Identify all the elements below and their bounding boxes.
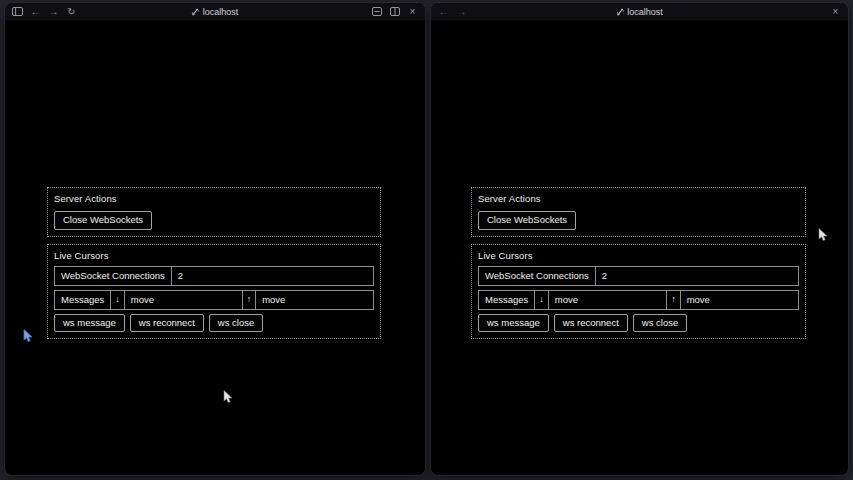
arrow-up-icon: ↑ xyxy=(667,291,681,309)
server-actions-panel: Server Actions Close WebSockets xyxy=(47,187,381,237)
received-message-value: move xyxy=(125,291,243,309)
ws-message-button[interactable]: ws message xyxy=(478,314,549,333)
server-actions-title: Server Actions xyxy=(478,193,799,204)
received-message-value: move xyxy=(549,291,667,309)
messages-row: Messages ↓ move ↑ move xyxy=(54,290,374,310)
live-cursors-title: Live Cursors xyxy=(478,250,799,261)
live-cursors-title: Live Cursors xyxy=(54,250,374,261)
browser-window-left: ← → ↻ localhost × Server Actions Close W… xyxy=(5,3,425,475)
titlebar-url: localhost xyxy=(203,7,239,17)
address-bar[interactable]: localhost xyxy=(192,3,239,20)
page-content-left: Server Actions Close WebSockets Live Cur… xyxy=(47,187,381,339)
titlebar-url: localhost xyxy=(627,7,663,17)
connections-row: WebSocket Connections 2 xyxy=(478,266,799,286)
server-actions-panel: Server Actions Close WebSockets xyxy=(471,187,806,237)
connections-value: 2 xyxy=(172,267,373,285)
forward-icon[interactable]: → xyxy=(46,5,61,19)
ws-reconnect-button[interactable]: ws reconnect xyxy=(554,314,628,333)
page-content-right: Server Actions Close WebSockets Live Cur… xyxy=(471,187,806,339)
arrow-down-icon: ↓ xyxy=(535,291,549,309)
back-icon[interactable]: ← xyxy=(28,5,43,19)
ws-reconnect-button[interactable]: ws reconnect xyxy=(130,314,204,333)
ws-message-button[interactable]: ws message xyxy=(54,314,125,333)
sent-message-value: move xyxy=(681,291,798,309)
arrow-up-icon: ↑ xyxy=(243,291,257,309)
arrow-down-icon: ↓ xyxy=(111,291,125,309)
browser-window-right: ← → localhost × Server Actions Close Web… xyxy=(431,3,848,475)
reload-icon[interactable]: ↻ xyxy=(64,5,79,19)
live-cursors-panel: Live Cursors WebSocket Connections 2 Mes… xyxy=(47,244,381,340)
page-settings-icon[interactable] xyxy=(369,5,384,19)
messages-label: Messages xyxy=(479,291,535,309)
messages-row: Messages ↓ move ↑ move xyxy=(478,290,799,310)
ws-buttons-row: ws message ws reconnect ws close xyxy=(54,314,374,333)
ws-buttons-row: ws message ws reconnect ws close xyxy=(478,314,799,333)
link-icon xyxy=(192,8,199,16)
ws-close-button[interactable]: ws close xyxy=(633,314,687,333)
back-icon[interactable]: ← xyxy=(436,5,451,19)
split-view-icon[interactable] xyxy=(387,5,402,19)
connections-value: 2 xyxy=(596,267,798,285)
address-bar[interactable]: localhost xyxy=(616,3,663,20)
messages-label: Messages xyxy=(55,291,111,309)
connections-label: WebSocket Connections xyxy=(479,267,596,285)
server-actions-title: Server Actions xyxy=(54,193,374,204)
link-icon xyxy=(616,8,623,16)
ws-close-button[interactable]: ws close xyxy=(209,314,263,333)
forward-icon[interactable]: → xyxy=(454,5,469,19)
titlebar-left[interactable]: ← → ↻ localhost × xyxy=(5,3,425,21)
close-icon[interactable]: × xyxy=(405,5,420,19)
sent-message-value: move xyxy=(256,291,373,309)
close-icon[interactable]: × xyxy=(828,5,843,19)
titlebar-right[interactable]: ← → localhost × xyxy=(431,3,848,21)
live-cursors-panel: Live Cursors WebSocket Connections 2 Mes… xyxy=(471,244,806,340)
close-websockets-button[interactable]: Close WebSockets xyxy=(54,211,152,230)
connections-row: WebSocket Connections 2 xyxy=(54,266,374,286)
sidebar-toggle-icon[interactable] xyxy=(10,5,25,19)
close-websockets-button[interactable]: Close WebSockets xyxy=(478,211,576,230)
connections-label: WebSocket Connections xyxy=(55,267,172,285)
